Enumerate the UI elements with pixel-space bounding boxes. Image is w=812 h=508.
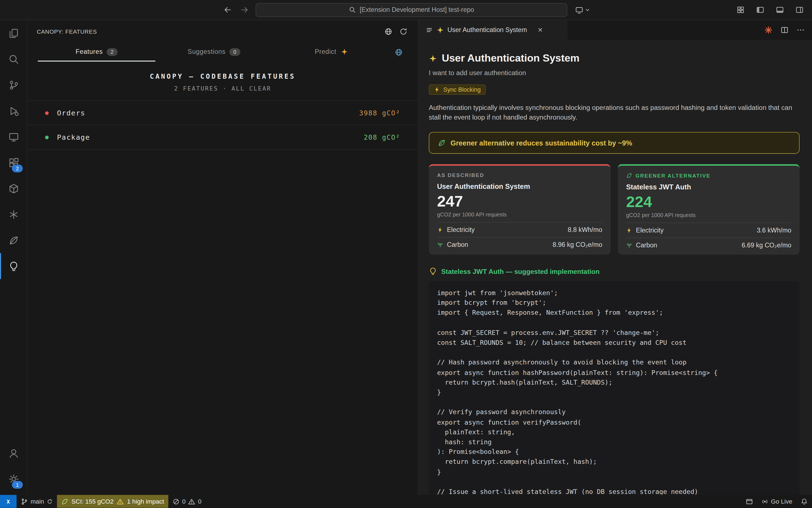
go-live-button[interactable]: Go Live <box>757 495 797 508</box>
toggle-sidebar-button[interactable] <box>754 4 766 16</box>
feature-row-package[interactable]: Package 208 gCO² <box>27 125 418 150</box>
error-count: 0 <box>182 498 186 505</box>
browser-preview-button[interactable] <box>741 495 757 508</box>
error-icon <box>172 498 179 505</box>
activity-item-run-debug[interactable] <box>0 98 27 124</box>
activity-item-remote-explorer[interactable] <box>0 124 27 150</box>
command-center-search[interactable]: [Extension Development Host] test-repo <box>255 3 567 17</box>
chevron-down-icon <box>584 7 591 13</box>
electricity-label: Electricity <box>636 227 664 234</box>
sparkle-icon <box>429 54 437 62</box>
feature-value: 208 gCO² <box>364 133 400 141</box>
split-editor-icon[interactable] <box>780 26 789 34</box>
carbon-label: Carbon <box>636 242 657 249</box>
activity-item-package[interactable] <box>0 176 27 202</box>
sidebar-header-actions <box>384 27 407 36</box>
bell-icon <box>801 498 808 505</box>
tab-features-badge: 2 <box>107 48 117 55</box>
activity-item-source-control[interactable] <box>0 72 27 98</box>
tab-predict[interactable]: Predict <box>273 43 390 62</box>
sparkle-icon <box>437 27 444 34</box>
refresh-icon[interactable] <box>399 27 408 36</box>
close-icon[interactable]: × <box>538 26 543 34</box>
globe-icon[interactable] <box>384 27 393 36</box>
sidebar-title: CANOPY: FEATURES <box>37 29 97 35</box>
zap-icon <box>626 227 633 234</box>
remote-indicator[interactable] <box>0 495 16 508</box>
card-greener-alternative: GREENER ALTERNATIVE Stateless JWT Auth 2… <box>618 164 800 255</box>
carbon-row: Carbon 6.69 kg CO₂e/mo <box>626 238 791 253</box>
sci-impact: 1 high impact <box>127 498 164 505</box>
screen: [Extension Development Host] test-repo <box>0 0 812 508</box>
zap-icon <box>437 227 444 233</box>
lightbulb-icon <box>8 261 19 271</box>
activity-item-search[interactable] <box>0 46 27 72</box>
extensions-badge: 2 <box>12 165 23 172</box>
activity-item-extensions[interactable]: 2 <box>0 150 27 176</box>
activity-bar: 2 1 <box>0 20 27 495</box>
sci-indicator[interactable]: SCI: 155 gCO2 1 high impact <box>57 495 168 508</box>
notifications-button[interactable] <box>797 495 812 508</box>
workbench: 2 1 <box>0 20 812 495</box>
canopy-sidebar: CANOPY: FEATURES Features 2 Suggestions … <box>27 20 418 495</box>
activity-item-eco[interactable] <box>0 227 27 253</box>
code-block[interactable]: import jwt from 'jsonwebtoken'; import b… <box>429 281 800 495</box>
card-kicker-text: GREENER ALTERNATIVE <box>636 173 710 178</box>
files-icon <box>8 28 19 38</box>
sync-icon <box>47 498 53 505</box>
grid-layout-button[interactable] <box>734 4 747 16</box>
title-bar: [Extension Development Host] test-repo <box>0 0 812 20</box>
broadcast-icon <box>761 498 768 505</box>
problems-indicator[interactable]: 0 0 <box>168 495 206 508</box>
activity-item-explorer[interactable] <box>0 20 27 46</box>
feature-row-orders[interactable]: Orders 3988 gCO² <box>27 101 418 125</box>
greener-callout: Greener alternative reduces sustainabili… <box>429 132 800 154</box>
status-dot-green <box>45 135 49 139</box>
card-value: 224 <box>626 193 791 211</box>
activity-item-snowflake[interactable] <box>0 201 27 227</box>
leaf-icon <box>626 172 633 179</box>
ellipsis-icon[interactable] <box>797 26 805 34</box>
branch-indicator[interactable]: main <box>16 495 57 508</box>
nav-back-button[interactable] <box>221 4 234 16</box>
sidebar-header: CANOPY: FEATURES <box>27 20 418 38</box>
feature-name: Orders <box>57 109 85 117</box>
editor-tab[interactable]: User Authentication System × <box>418 20 568 40</box>
package-icon <box>8 183 19 194</box>
editor-actions <box>765 20 812 40</box>
tab-features-label: Features <box>76 48 103 55</box>
warning-icon <box>117 498 124 505</box>
tab-suggestions[interactable]: Suggestions 0 <box>155 43 273 62</box>
vscode-window: [Extension Development Host] test-repo <box>0 0 812 508</box>
electricity-row: Electricity 8.8 kWh/mo <box>437 222 602 237</box>
remote-monitor-icon <box>8 131 19 142</box>
tab-features[interactable]: Features 2 <box>38 43 155 62</box>
nav-forward-button[interactable] <box>238 4 251 16</box>
activity-item-canopy[interactable] <box>0 253 27 279</box>
status-bar-right: Go Live <box>741 495 812 508</box>
card-value: 247 <box>437 193 602 210</box>
editor-tab-bar: User Authentication System × <box>418 20 812 40</box>
remote-icon <box>5 498 12 505</box>
sidebar-subheading: 2 FEATURES · ALL CLEAR <box>27 85 418 92</box>
toggle-secondary-sidebar-button[interactable] <box>794 4 806 16</box>
sci-value: SCI: 155 gCO2 <box>72 498 114 505</box>
greener-callout-text: Greener alternative reduces sustainabili… <box>450 139 632 146</box>
toggle-panel-button[interactable] <box>774 4 786 16</box>
arrow-right-icon <box>241 6 249 14</box>
features-list: Orders 3988 gCO² Package 208 gCO² <box>27 100 418 150</box>
canopy-starburst-icon[interactable] <box>765 26 773 34</box>
page-subtitle: I want to add user authentication <box>429 69 800 77</box>
activity-item-settings[interactable]: 1 <box>0 466 27 492</box>
branch-name: main <box>31 498 44 505</box>
sidebar-globe-button[interactable] <box>390 48 408 56</box>
leaf-icon <box>61 498 68 505</box>
carbon-value: 6.69 kg CO₂e/mo <box>741 242 791 249</box>
profile-menu-button[interactable] <box>575 6 591 14</box>
asterisk-icon <box>8 209 19 220</box>
git-branch-icon <box>21 498 28 505</box>
activity-item-accounts[interactable] <box>0 440 27 466</box>
carbon-value: 8.96 kg CO₂e/mo <box>553 241 602 249</box>
monitor-icon <box>575 6 583 14</box>
card-unit: gCO2 per 1000 API requests <box>626 212 791 218</box>
